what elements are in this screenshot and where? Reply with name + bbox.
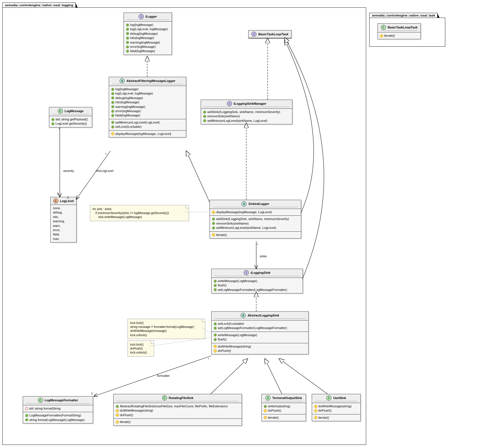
class-TerminalOutputSink: C TerminalOutputSink writeImpl(string) d… [261, 394, 306, 421]
class-LogMessage: C LogMessage std::string getPayload() Lo… [49, 107, 92, 128]
method: debug(logMessage) [130, 32, 158, 36]
method: writeMessage(LogMessage) [218, 333, 257, 337]
method: addSink(ILoggingSink, sinkName, minimumS… [207, 110, 280, 114]
class-title: ILoggingSinkManager [234, 102, 266, 105]
note-line: string message = formatter.format(LogMes… [130, 325, 203, 329]
method: fatal(logMessage) [115, 113, 140, 118]
class-title: LogLevel [60, 199, 74, 203]
method: setMinimumLogLevel(sinkName, LogLevel) [216, 226, 276, 230]
class-title: AbstractLoggingSink [247, 314, 279, 317]
class-title: BasicTaskLoopTask [258, 32, 288, 36]
attr: std::string formatString [29, 406, 61, 411]
method: doWriteMessage(string) [120, 408, 153, 413]
class-title: ILogger [145, 15, 157, 18]
class-ILogger: I ILogger log(logMessage) log(LogLevel, … [124, 13, 172, 55]
class-icon: C [381, 25, 386, 30]
class-icon: C [162, 395, 167, 400]
literal: debug, [53, 210, 63, 215]
interface-icon: I [139, 14, 144, 19]
class-BasicTaskLoopTask-C: C BasicTaskLoopTask iterate() [378, 23, 421, 39]
interface-icon: I [227, 101, 232, 106]
method: error(logMessage) [130, 45, 156, 49]
package-task-name: semodia::controlengine::native::osal::ta… [372, 14, 435, 17]
note-writeMessage: lock.lock() string message = formatter.f… [128, 319, 205, 339]
note-line: lock.unlock() [130, 333, 203, 337]
method: iterate() [120, 420, 131, 424]
class-AbstractFilteringMessageLogger: A AbstractFilteringMessageLogger log(log… [109, 77, 186, 137]
method: removeSink(sinkName) [216, 221, 249, 226]
class-title: SinkedLogger [248, 202, 269, 205]
literal: fatal, [53, 232, 60, 237]
note-line: lock.lock() [130, 321, 203, 325]
mult-star-a: * [59, 128, 60, 131]
class-ILoggingSinkManager: I ILoggingSinkManager addSink(ILoggingSi… [201, 100, 292, 124]
method: iterate() [318, 416, 329, 420]
literal: warning, [53, 219, 65, 223]
class-LogMessageFormatter: C LogMessageFormatter std::string format… [23, 396, 93, 424]
method: flush() [218, 337, 227, 342]
method: log(LogLevel, logMessage) [130, 27, 168, 31]
abstract-icon: A [120, 78, 125, 83]
method: displayMessage(logMessage, LogLevel) [216, 210, 272, 214]
class-SinkedLogger: A SinkedLogger displayMessage(logMessage… [210, 200, 301, 239]
method: doFlush() [268, 408, 281, 413]
mult-star-c: * [257, 243, 258, 246]
method: doWriteMessage(string) [218, 344, 251, 349]
method: writeMessage(LogMessage) [218, 279, 257, 283]
method: info(logMessage) [115, 100, 139, 104]
class-title: UartSink [333, 396, 346, 400]
note-line: doFlush() [130, 346, 151, 350]
method: displayMessage(logMessage, LogLevel) [115, 132, 171, 136]
method: setLock(ILockable) [115, 125, 142, 129]
method: log(logMessage) [130, 23, 153, 27]
interface-icon: I [251, 32, 257, 37]
interface-icon: I [244, 270, 249, 275]
method: removeSink(sinkName) [207, 114, 240, 118]
class-title: ILoggingSink [251, 271, 270, 274]
method: fatal(logMessage) [130, 49, 155, 53]
class-title: AbstractFilteringMessageLogger [126, 79, 175, 83]
label-formatter: formatter [157, 374, 170, 377]
class-title: BasicTaskLoopTask [388, 26, 418, 29]
package-logging-name: semodia::controlengine::native::osal::lo… [5, 3, 73, 7]
method: doFlush() [120, 413, 133, 417]
method: doFlush() [318, 408, 331, 413]
enum-LogLevel: E LogLevel none, debug, info, warning, w… [50, 197, 77, 243]
note-line: lock.unlock() [130, 350, 151, 354]
method: doFlush() [218, 349, 231, 353]
abstract-icon: A [241, 313, 246, 318]
class-icon: C [38, 398, 43, 403]
abstract-icon: A [241, 201, 247, 206]
method: std::string getPayload() [56, 117, 88, 122]
package-task-tab: semodia::controlengine::native::osal::ta… [369, 13, 438, 18]
class-icon: C [58, 108, 63, 114]
mult-star-d: * [208, 357, 209, 361]
note-line: sink.writeMessage(LogMessage) [93, 215, 186, 219]
method: log(logMessage) [115, 87, 138, 91]
method: LogLevel getSeverity() [56, 122, 87, 126]
enum-icon: E [53, 198, 58, 204]
package-logging-tab: semodia::controlengine::native::osal::lo… [2, 3, 76, 7]
method: LogMessageFormatter(FormatString) [29, 413, 81, 418]
class-title: RotatingFileSink [169, 396, 194, 400]
class-UartSink: C UartSink doWriteMessage(string) doFlus… [312, 394, 361, 421]
note-line: for sink : sinks [93, 207, 186, 211]
method: setLogMessageFormatter(LogMessageFormatt… [218, 288, 287, 292]
note-line: if (minimumSeverity(sink) <= logMessage.… [93, 211, 186, 215]
method: log(LogLevel, logMessage) [115, 91, 153, 96]
mult-1a: 1 [57, 192, 59, 195]
class-BasicTaskLoopTask-I: I BasicTaskLoopTask [248, 30, 292, 38]
mult-star-b: * [105, 153, 106, 156]
class-ILoggingSink: I ILoggingSink writeMessage(LogMessage) … [211, 269, 303, 293]
literal: none, [53, 206, 61, 210]
method: setMinimumLogLevel(sinkName, LogLevel) [207, 119, 267, 123]
literal: max [53, 237, 59, 241]
literal: info, [53, 215, 59, 219]
note-flush: lock.lock() doFlush() lock.unlock() [128, 340, 154, 357]
method: warning(logMessage) [115, 105, 145, 109]
class-icon: C [326, 395, 331, 400]
class-AbstractLoggingSink: A AbstractLoggingSink setLock(ILockable)… [211, 311, 309, 354]
class-RotatingFileSink: C RotatingFileSink AbstractRotatingFileS… [113, 394, 242, 426]
method: debug(logMessage) [115, 96, 143, 100]
label-sinks: sinks [260, 254, 267, 258]
